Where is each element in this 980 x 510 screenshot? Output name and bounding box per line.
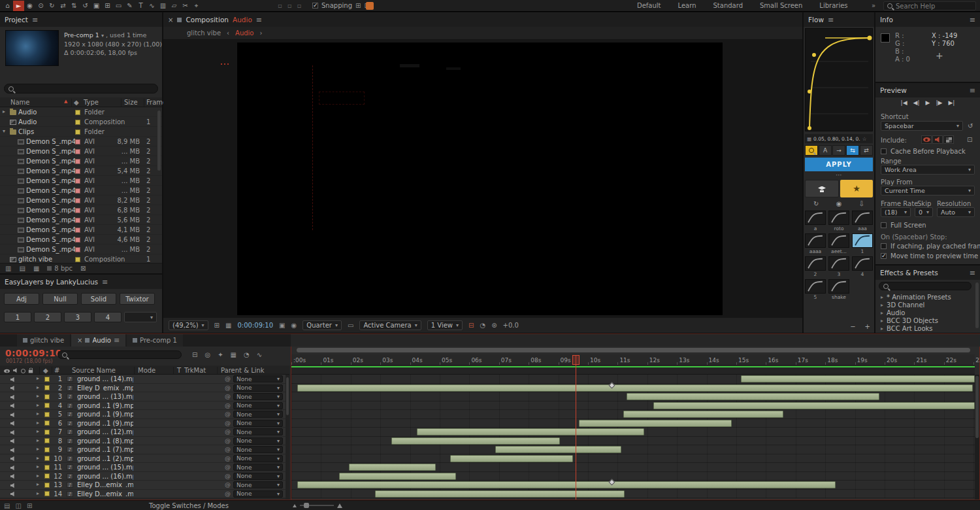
timeline-track-row[interactable] xyxy=(291,410,975,419)
frame-rate-dropdown[interactable]: (18)▾ xyxy=(881,207,911,217)
include-video-icon[interactable] xyxy=(921,135,932,144)
label-color-swatch[interactable] xyxy=(44,385,50,390)
item-name[interactable]: Demon S_.mp4 xyxy=(26,197,76,204)
label-color-swatch[interactable] xyxy=(44,491,50,496)
label-color-swatch[interactable] xyxy=(75,110,80,115)
playhead-handle[interactable] xyxy=(572,355,580,365)
tab-project[interactable]: Project xyxy=(5,16,28,24)
full-screen-option[interactable]: Full Screen xyxy=(881,222,926,229)
pickwhip-icon[interactable]: @ xyxy=(225,402,231,409)
tab-flow[interactable]: Flow xyxy=(808,16,824,24)
layer-name[interactable]: ground ..1 (2).mp3 xyxy=(77,455,133,462)
layer-name[interactable]: Elley D_emix_.mp3 xyxy=(77,384,133,392)
item-name[interactable]: Audio xyxy=(18,118,37,126)
layer-row[interactable]: ▸ 7 ♪ ground ... (12).mp3 @ None ▾ xyxy=(0,428,289,437)
flow-preset[interactable]: aaaa xyxy=(805,233,826,254)
resolution-dropdown[interactable]: Auto▾ xyxy=(937,207,975,217)
timeline-track-row[interactable] xyxy=(291,419,975,428)
close-icon[interactable]: × xyxy=(77,337,82,344)
region-of-interest-icon[interactable]: ▭ xyxy=(348,322,353,329)
easylayers-button[interactable]: Twixtor xyxy=(120,293,155,305)
workspace-button[interactable]: Libraries xyxy=(819,2,847,9)
label-color-swatch[interactable] xyxy=(75,188,80,194)
layer-duration-bar[interactable] xyxy=(349,464,436,471)
show-snapshot-icon[interactable]: ◉ xyxy=(291,322,297,329)
expand-chevron-icon[interactable]: ▸ xyxy=(37,420,39,426)
frame-blending-icon[interactable]: ▦ xyxy=(231,351,237,358)
flow-both-handles-button[interactable]: ⇆ xyxy=(846,145,859,156)
expand-chevron-icon[interactable]: ▸ xyxy=(37,411,39,416)
axis-mode-icon[interactable]: ▫ xyxy=(297,2,302,9)
panel-menu-icon[interactable]: ≡ xyxy=(970,269,975,277)
zoom-in-mountain-icon[interactable] xyxy=(337,503,342,508)
label-color-swatch[interactable] xyxy=(75,159,80,164)
item-name[interactable]: Demon S_.mp4 xyxy=(26,246,76,253)
layer-row[interactable]: ▸ 12 ♪ ground ... (16).mp3 @ None ▾ xyxy=(0,472,289,481)
parent-link-dropdown[interactable]: None ▾ xyxy=(233,393,283,400)
layer-name[interactable]: ground ... (13).mp3 xyxy=(77,393,133,400)
project-column-headers[interactable]: Name ▲ ◆ Type Size Frame xyxy=(0,97,162,107)
statusbar-icon[interactable]: ▤ xyxy=(4,502,10,509)
timeline-track-row[interactable] xyxy=(291,472,975,481)
easylayers-number-button[interactable]: 1 xyxy=(4,312,31,322)
panel-menu-icon[interactable]: ≡ xyxy=(828,16,834,24)
table-row[interactable]: Demon S_.mp4 AVI ... MB 2 xyxy=(0,186,162,196)
table-row[interactable]: Demon S_.mp4 AVI ... MB 2 xyxy=(0,146,162,156)
audio-enabled-icon[interactable] xyxy=(10,394,16,400)
label-color-swatch[interactable] xyxy=(75,198,80,203)
table-row[interactable]: Demon S_.mp4 AVI 5,6 MB 2 xyxy=(0,215,162,225)
audio-enabled-icon[interactable] xyxy=(10,439,16,444)
play-from-dropdown[interactable]: Current Time▾ xyxy=(881,186,975,196)
expand-chevron-icon[interactable]: ▸ xyxy=(37,437,39,443)
item-name[interactable]: glitch vibe xyxy=(18,256,52,263)
expand-chevron-icon[interactable]: ▸ xyxy=(881,294,883,300)
easylayers-button[interactable]: Adj xyxy=(4,293,39,305)
scrollbar[interactable] xyxy=(975,282,979,328)
audio-enabled-icon[interactable] xyxy=(10,421,16,426)
layer-row[interactable]: ▸ 3 ♪ ground ... (13).mp3 @ None ▾ xyxy=(0,392,289,401)
exposure-value[interactable]: +0.0 xyxy=(503,322,519,329)
table-row[interactable]: Demon S_.mp4 AVI 5,4 MB 2 xyxy=(0,166,162,176)
flow-preset[interactable]: 4 xyxy=(852,256,873,277)
rotation-tool[interactable]: ↺ xyxy=(80,1,91,11)
renderer-icon[interactable]: ⊛ xyxy=(491,322,497,329)
parent-link-dropdown[interactable]: None ▾ xyxy=(233,481,283,488)
flow-favorites-button[interactable]: ★ xyxy=(840,180,873,197)
expand-chevron-icon[interactable]: ▸ xyxy=(37,490,39,496)
timeline-search-input[interactable] xyxy=(57,350,182,359)
help-search-input[interactable]: Search Help xyxy=(883,1,976,10)
table-row[interactable]: Demon S_.mp4 AVI 4,1 MB 2 xyxy=(0,225,162,235)
composition-viewer[interactable] xyxy=(163,40,802,317)
label-color-swatch[interactable] xyxy=(75,120,80,125)
layer-duration-bar[interactable] xyxy=(579,420,731,427)
label-color-swatch[interactable] xyxy=(44,473,50,479)
interpret-footage-icon[interactable]: ▥ xyxy=(5,265,11,272)
zoom-slider-handle[interactable] xyxy=(304,503,309,508)
label-color-swatch[interactable] xyxy=(75,149,80,154)
eraser-tool[interactable]: ▱ xyxy=(169,1,180,11)
zoom-out-button[interactable]: − xyxy=(850,323,855,330)
table-row[interactable]: Demon S_.mp4 AVI 4,6 MB 2 xyxy=(0,235,162,245)
timeline-track-row[interactable] xyxy=(291,481,975,490)
label-color-swatch[interactable] xyxy=(75,237,80,243)
full-screen-checkbox[interactable] xyxy=(881,222,887,228)
parent-link-dropdown[interactable]: None ▾ xyxy=(233,420,283,427)
flow-zoom-icon[interactable] xyxy=(805,145,818,156)
fast-previews-icon[interactable]: ◔ xyxy=(480,322,485,329)
item-name[interactable]: Clips xyxy=(18,128,34,135)
open-preview-prefs-icon[interactable]: ⊡ xyxy=(967,136,972,143)
label-color-swatch[interactable] xyxy=(44,412,50,417)
tab-info[interactable]: Info xyxy=(880,16,893,24)
parent-link-dropdown[interactable]: None ▾ xyxy=(233,446,283,453)
audio-enabled-icon[interactable] xyxy=(10,377,16,382)
tab-effects-presets[interactable]: Effects & Presets xyxy=(880,269,938,277)
previous-frame-button[interactable]: ◀| xyxy=(913,99,920,106)
audio-enabled-icon[interactable] xyxy=(10,447,16,452)
layer-name[interactable]: ground ..1 (7).mp3 xyxy=(77,446,133,453)
easylayers-button[interactable]: Null xyxy=(42,293,78,305)
label-color-swatch[interactable] xyxy=(44,483,50,488)
parent-link-dropdown[interactable]: None ▾ xyxy=(233,428,283,435)
pickwhip-icon[interactable]: @ xyxy=(225,384,231,391)
layer-duration-bar[interactable] xyxy=(495,446,622,453)
parent-link-dropdown[interactable]: None ▾ xyxy=(233,473,283,480)
